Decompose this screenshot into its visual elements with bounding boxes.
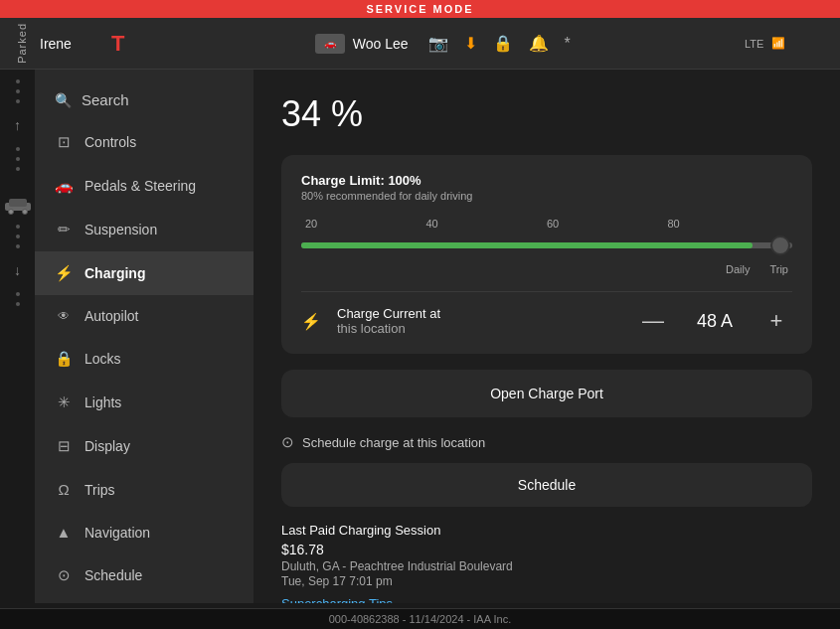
edge-dot bbox=[16, 292, 20, 296]
lte-label: LTE bbox=[745, 38, 763, 50]
slider-fill bbox=[301, 242, 753, 248]
user-name: Irene bbox=[40, 36, 72, 52]
slider-mark-80: 80 bbox=[668, 218, 680, 230]
schedule-button[interactable]: Schedule bbox=[281, 463, 812, 507]
divider bbox=[301, 291, 792, 292]
signal-bars-icon: 📶 bbox=[771, 37, 785, 50]
schedule-check-label: Schedule charge at this location bbox=[302, 435, 485, 450]
car-silhouette-icon bbox=[4, 197, 32, 215]
charge-current-subtitle: this location bbox=[337, 321, 627, 336]
slider-mark-20: 20 bbox=[305, 218, 317, 230]
sidebar-item-lights[interactable]: ✳ Lights bbox=[35, 381, 253, 424]
footer: 000-40862388 - 11/14/2024 - IAA Inc. bbox=[0, 608, 840, 629]
bell-icon[interactable]: 🔔 bbox=[529, 34, 549, 53]
sidebar-item-label: Pedals & Steering bbox=[84, 178, 196, 194]
arrow-down-icon: ↓ bbox=[14, 262, 21, 278]
slider-track bbox=[301, 242, 792, 248]
sidebar: 🔍 Search ⊡ Controls 🚗 Pedals & Steering … bbox=[35, 70, 253, 603]
sidebar-item-locks[interactable]: 🔒 Locks bbox=[35, 337, 253, 381]
slider-thumb[interactable] bbox=[770, 236, 790, 255]
daily-trip-labels: Daily Trip bbox=[301, 263, 792, 275]
svg-point-2 bbox=[8, 210, 13, 215]
sidebar-item-label: Lights bbox=[84, 394, 121, 410]
charge-current-label: Charge Current at this location bbox=[337, 306, 627, 336]
sidebar-item-label: Trips bbox=[84, 482, 115, 498]
daily-label: Daily bbox=[726, 263, 750, 275]
footer-text: 000-40862388 - 11/14/2024 - IAA Inc. bbox=[329, 613, 511, 625]
sidebar-item-label: Autopilot bbox=[84, 308, 138, 324]
lights-icon: ✳ bbox=[55, 393, 73, 411]
parked-label: Parked bbox=[16, 23, 28, 64]
header-right: LTE 📶 bbox=[745, 37, 824, 50]
last-session-date: Tue, Sep 17 7:01 pm bbox=[281, 574, 812, 588]
search-icon: 🔍 bbox=[55, 92, 72, 108]
sidebar-item-charging[interactable]: ⚡ Charging bbox=[35, 251, 253, 295]
sidebar-item-display[interactable]: ⊟ Display bbox=[35, 424, 253, 468]
sidebar-item-label: Navigation bbox=[84, 525, 150, 541]
schedule-section: ⊙ Schedule charge at this location Sched… bbox=[281, 433, 812, 507]
search-button[interactable]: 🔍 Search bbox=[35, 79, 253, 120]
open-charge-port-button[interactable]: Open Charge Port bbox=[281, 370, 812, 417]
header-left: Parked Irene bbox=[16, 23, 95, 64]
edge-dot bbox=[16, 157, 20, 161]
charge-rec-label: 80% recommended for daily driving bbox=[301, 190, 792, 202]
sidebar-item-safety[interactable]: ℹ Safety bbox=[35, 597, 253, 603]
arrow-up-icon: ↑ bbox=[14, 117, 21, 133]
top-header: Parked Irene T 🚗 Woo Lee 📷 ⬇ 🔒 🔔 * LTE 📶 bbox=[0, 18, 840, 70]
main-layout: ↑ ↓ 🔍 Search ⊡ Controls 🚗 bbox=[0, 70, 840, 603]
edge-dot bbox=[16, 79, 20, 83]
sidebar-item-schedule[interactable]: ⊙ Schedule bbox=[35, 553, 253, 597]
bluetooth-icon[interactable]: * bbox=[565, 35, 571, 53]
suspension-icon: ✏ bbox=[55, 221, 73, 238]
lock-icon[interactable]: 🔒 bbox=[493, 34, 513, 53]
battery-percent: 34 % bbox=[281, 93, 812, 135]
svg-point-3 bbox=[22, 210, 27, 215]
sidebar-item-label: Suspension bbox=[84, 222, 157, 237]
edge-dot bbox=[16, 225, 20, 229]
charge-limit-card: Charge Limit: 100% 80% recommended for d… bbox=[281, 155, 812, 354]
autopilot-icon: 👁 bbox=[55, 309, 73, 323]
charging-icon: ⚡ bbox=[55, 264, 73, 282]
sidebar-item-suspension[interactable]: ✏ Suspension bbox=[35, 208, 253, 251]
sidebar-item-pedals[interactable]: 🚗 Pedals & Steering bbox=[35, 164, 253, 208]
edge-dot bbox=[16, 167, 20, 171]
service-mode-banner: SERVICE MODE bbox=[0, 0, 840, 18]
edge-dot bbox=[16, 235, 20, 238]
header-center: 🚗 Woo Lee 📷 ⬇ 🔒 🔔 * bbox=[140, 34, 745, 54]
charge-current-controls: — 48 A + bbox=[637, 308, 792, 334]
increase-charge-button[interactable]: + bbox=[760, 308, 792, 334]
sidebar-item-label: Controls bbox=[84, 134, 136, 150]
supercharging-tips-link[interactable]: Supercharging Tips bbox=[281, 596, 812, 603]
tesla-logo: T bbox=[111, 31, 124, 57]
sidebar-item-label: Display bbox=[84, 438, 130, 454]
vehicle-info: 🚗 Woo Lee bbox=[315, 34, 409, 54]
download-icon[interactable]: ⬇ bbox=[464, 34, 477, 53]
schedule-icon: ⊙ bbox=[55, 566, 73, 584]
lock-nav-icon: 🔒 bbox=[55, 350, 73, 368]
sidebar-item-autopilot[interactable]: 👁 Autopilot bbox=[35, 295, 253, 337]
last-session-title: Last Paid Charging Session bbox=[281, 523, 812, 538]
main-content: 34 % Charge Limit: 100% 80% recommended … bbox=[253, 70, 840, 603]
last-session: Last Paid Charging Session $16.78 Duluth… bbox=[281, 523, 812, 603]
svg-rect-1 bbox=[9, 199, 27, 207]
pedals-icon: 🚗 bbox=[55, 177, 73, 195]
navigation-icon: ▲ bbox=[55, 524, 73, 541]
edge-dot bbox=[16, 244, 20, 248]
edge-dot bbox=[16, 147, 20, 151]
last-session-amount: $16.78 bbox=[281, 542, 812, 557]
charge-value: 48 A bbox=[685, 311, 745, 332]
trips-icon: Ω bbox=[55, 481, 73, 498]
charge-slider[interactable] bbox=[301, 236, 792, 255]
sidebar-item-navigation[interactable]: ▲ Navigation bbox=[35, 511, 253, 553]
slider-mark-60: 60 bbox=[547, 218, 559, 230]
decrease-charge-button[interactable]: — bbox=[637, 308, 669, 334]
sidebar-item-label: Charging bbox=[84, 265, 145, 281]
left-edge: ↑ ↓ bbox=[0, 70, 35, 603]
search-label: Search bbox=[82, 91, 129, 108]
camera-icon[interactable]: 📷 bbox=[428, 34, 448, 53]
sidebar-item-label: Locks bbox=[84, 351, 121, 367]
car-icon-container bbox=[4, 197, 32, 219]
edge-dot bbox=[16, 302, 20, 306]
sidebar-item-controls[interactable]: ⊡ Controls bbox=[35, 120, 253, 164]
sidebar-item-trips[interactable]: Ω Trips bbox=[35, 468, 253, 511]
